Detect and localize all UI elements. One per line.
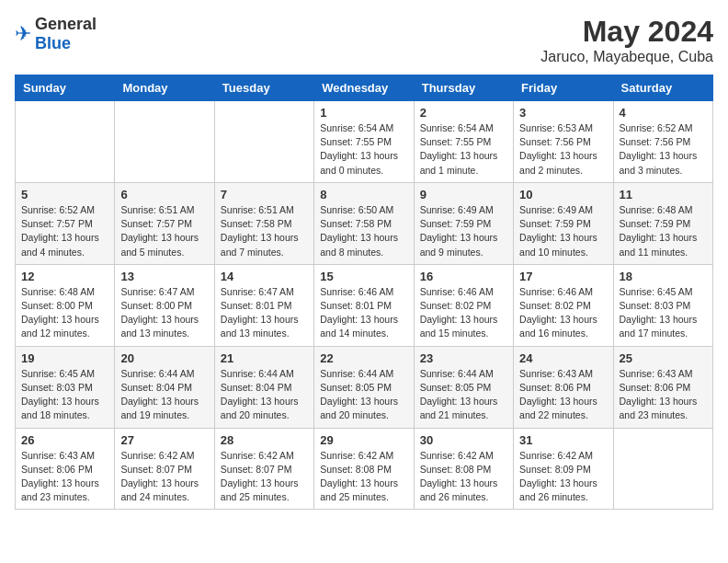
calendar-cell: 20Sunrise: 6:44 AMSunset: 8:04 PMDayligh…: [115, 346, 214, 428]
day-number: 4: [620, 106, 707, 120]
calendar-week-row: 5Sunrise: 6:52 AMSunset: 7:57 PMDaylight…: [16, 182, 713, 264]
day-detail: Sunrise: 6:52 AMSunset: 7:57 PMDaylight:…: [21, 203, 108, 259]
day-number: 19: [21, 351, 108, 365]
day-detail: Sunrise: 6:47 AMSunset: 8:00 PMDaylight:…: [120, 285, 208, 341]
day-detail: Sunrise: 6:44 AMSunset: 8:05 PMDaylight:…: [320, 367, 407, 423]
day-number: 24: [519, 351, 607, 365]
calendar-cell: 19Sunrise: 6:45 AMSunset: 8:03 PMDayligh…: [16, 346, 115, 428]
calendar-table: SundayMondayTuesdayWednesdayThursdayFrid…: [15, 75, 713, 510]
calendar-cell: 8Sunrise: 6:50 AMSunset: 7:58 PMDaylight…: [314, 182, 414, 264]
calendar-cell: 3Sunrise: 6:53 AMSunset: 7:56 PMDaylight…: [514, 101, 613, 183]
weekday-header-row: SundayMondayTuesdayWednesdayThursdayFrid…: [16, 75, 713, 101]
calendar-cell: 16Sunrise: 6:46 AMSunset: 8:02 PMDayligh…: [414, 264, 513, 346]
weekday-header: Sunday: [16, 75, 115, 101]
calendar-cell: 7Sunrise: 6:51 AMSunset: 7:58 PMDaylight…: [214, 182, 313, 264]
calendar-cell: 13Sunrise: 6:47 AMSunset: 8:00 PMDayligh…: [115, 264, 214, 346]
day-number: 6: [120, 188, 208, 201]
day-detail: Sunrise: 6:45 AMSunset: 8:03 PMDaylight:…: [620, 285, 707, 341]
day-number: 23: [420, 351, 507, 365]
day-detail: Sunrise: 6:48 AMSunset: 8:00 PMDaylight:…: [21, 285, 108, 341]
calendar-week-row: 1Sunrise: 6:54 AMSunset: 7:55 PMDaylight…: [16, 101, 713, 183]
day-number: 5: [21, 188, 108, 201]
day-number: 18: [620, 270, 707, 283]
calendar-cell: 2Sunrise: 6:54 AMSunset: 7:55 PMDaylight…: [414, 101, 513, 183]
calendar-week-row: 26Sunrise: 6:43 AMSunset: 8:06 PMDayligh…: [16, 428, 713, 510]
logo-bird-icon: ✈: [15, 22, 31, 46]
calendar-cell: 24Sunrise: 6:43 AMSunset: 8:06 PMDayligh…: [514, 346, 613, 428]
day-detail: Sunrise: 6:44 AMSunset: 8:04 PMDaylight:…: [221, 367, 308, 423]
day-detail: Sunrise: 6:51 AMSunset: 7:58 PMDaylight:…: [221, 203, 308, 259]
calendar-cell: 21Sunrise: 6:44 AMSunset: 8:04 PMDayligh…: [214, 346, 313, 428]
page-header: ✈ General Blue May 2024 Jaruco, Mayabequ…: [15, 15, 713, 65]
month-title: May 2024: [540, 15, 713, 49]
logo-blue: Blue: [35, 34, 71, 52]
day-number: 29: [320, 433, 407, 447]
calendar-cell: 14Sunrise: 6:47 AMSunset: 8:01 PMDayligh…: [214, 264, 313, 346]
calendar-cell: 30Sunrise: 6:42 AMSunset: 8:08 PMDayligh…: [414, 428, 513, 510]
day-number: 22: [320, 351, 407, 365]
day-detail: Sunrise: 6:42 AMSunset: 8:08 PMDaylight:…: [320, 449, 407, 505]
calendar-cell: 23Sunrise: 6:44 AMSunset: 8:05 PMDayligh…: [414, 346, 513, 428]
day-number: 13: [120, 270, 208, 283]
day-number: 11: [620, 188, 707, 201]
day-number: 14: [221, 270, 308, 283]
day-detail: Sunrise: 6:44 AMSunset: 8:05 PMDaylight:…: [420, 367, 507, 423]
calendar-cell: [613, 428, 712, 510]
logo-text: General Blue: [35, 15, 97, 53]
day-detail: Sunrise: 6:53 AMSunset: 7:56 PMDaylight:…: [519, 121, 607, 178]
day-detail: Sunrise: 6:42 AMSunset: 8:09 PMDaylight:…: [519, 449, 607, 505]
day-detail: Sunrise: 6:46 AMSunset: 8:02 PMDaylight:…: [420, 285, 507, 341]
calendar-cell: [115, 101, 214, 183]
calendar-cell: 25Sunrise: 6:43 AMSunset: 8:06 PMDayligh…: [613, 346, 712, 428]
day-number: 2: [420, 106, 507, 120]
day-number: 21: [221, 351, 308, 365]
calendar-cell: 11Sunrise: 6:48 AMSunset: 7:59 PMDayligh…: [613, 182, 712, 264]
day-number: 3: [519, 106, 607, 120]
weekday-header: Wednesday: [314, 75, 414, 101]
day-detail: Sunrise: 6:43 AMSunset: 8:06 PMDaylight:…: [620, 367, 707, 423]
day-detail: Sunrise: 6:48 AMSunset: 7:59 PMDaylight:…: [620, 203, 707, 259]
calendar-cell: 1Sunrise: 6:54 AMSunset: 7:55 PMDaylight…: [314, 101, 414, 183]
calendar-cell: [16, 101, 115, 183]
day-detail: Sunrise: 6:54 AMSunset: 7:55 PMDaylight:…: [320, 121, 407, 178]
day-number: 8: [320, 188, 407, 201]
day-number: 7: [221, 188, 308, 201]
day-number: 17: [519, 270, 607, 283]
calendar-cell: 22Sunrise: 6:44 AMSunset: 8:05 PMDayligh…: [314, 346, 414, 428]
day-detail: Sunrise: 6:46 AMSunset: 8:02 PMDaylight:…: [519, 285, 607, 341]
calendar-cell: 28Sunrise: 6:42 AMSunset: 8:07 PMDayligh…: [214, 428, 313, 510]
day-number: 28: [221, 433, 308, 447]
weekday-header: Monday: [115, 75, 214, 101]
day-number: 26: [21, 433, 108, 447]
day-number: 27: [120, 433, 208, 447]
weekday-header: Thursday: [414, 75, 513, 101]
day-detail: Sunrise: 6:43 AMSunset: 8:06 PMDaylight:…: [21, 449, 108, 505]
calendar-cell: 9Sunrise: 6:49 AMSunset: 7:59 PMDaylight…: [414, 182, 513, 264]
weekday-header: Friday: [514, 75, 613, 101]
day-detail: Sunrise: 6:44 AMSunset: 8:04 PMDaylight:…: [120, 367, 208, 423]
calendar-week-row: 12Sunrise: 6:48 AMSunset: 8:00 PMDayligh…: [16, 264, 713, 346]
title-block: May 2024 Jaruco, Mayabeque, Cuba: [540, 15, 713, 65]
day-number: 30: [420, 433, 507, 447]
day-detail: Sunrise: 6:42 AMSunset: 8:08 PMDaylight:…: [420, 449, 507, 505]
day-number: 20: [120, 351, 208, 365]
calendar-cell: 29Sunrise: 6:42 AMSunset: 8:08 PMDayligh…: [314, 428, 414, 510]
day-detail: Sunrise: 6:42 AMSunset: 8:07 PMDaylight:…: [221, 449, 308, 505]
day-detail: Sunrise: 6:50 AMSunset: 7:58 PMDaylight:…: [320, 203, 407, 259]
day-detail: Sunrise: 6:51 AMSunset: 7:57 PMDaylight:…: [120, 203, 208, 259]
day-number: 16: [420, 270, 507, 283]
calendar-cell: 26Sunrise: 6:43 AMSunset: 8:06 PMDayligh…: [16, 428, 115, 510]
day-detail: Sunrise: 6:42 AMSunset: 8:07 PMDaylight:…: [120, 449, 208, 505]
calendar-cell: 4Sunrise: 6:52 AMSunset: 7:56 PMDaylight…: [613, 101, 712, 183]
logo: ✈ General Blue: [15, 15, 97, 53]
calendar-cell: 27Sunrise: 6:42 AMSunset: 8:07 PMDayligh…: [115, 428, 214, 510]
calendar-cell: [214, 101, 313, 183]
calendar-week-row: 19Sunrise: 6:45 AMSunset: 8:03 PMDayligh…: [16, 346, 713, 428]
calendar-cell: 12Sunrise: 6:48 AMSunset: 8:00 PMDayligh…: [16, 264, 115, 346]
calendar-cell: 10Sunrise: 6:49 AMSunset: 7:59 PMDayligh…: [514, 182, 613, 264]
day-detail: Sunrise: 6:49 AMSunset: 7:59 PMDaylight:…: [519, 203, 607, 259]
day-number: 9: [420, 188, 507, 201]
calendar-cell: 17Sunrise: 6:46 AMSunset: 8:02 PMDayligh…: [514, 264, 613, 346]
day-number: 15: [320, 270, 407, 283]
day-detail: Sunrise: 6:54 AMSunset: 7:55 PMDaylight:…: [420, 121, 507, 178]
